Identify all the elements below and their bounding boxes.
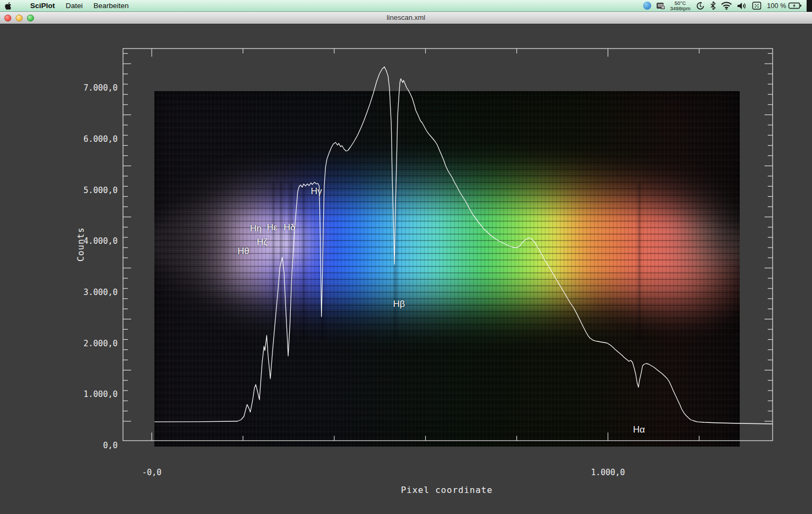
y-tick-label: 5.000,0: [84, 186, 118, 195]
bluetooth-icon: [710, 1, 716, 10]
balmer-line-label-θ: Hθ: [237, 246, 249, 257]
blue-sphere-icon: [643, 2, 651, 10]
menu-bar: SciPlot Datei Bearbeiten 50°C 3498rpm: [0, 0, 812, 12]
fan-speed: 3498rpm: [670, 6, 691, 11]
y-tick-label: 1.000,0: [84, 389, 118, 399]
x-tick-label: 1.000,0: [576, 468, 640, 477]
volume-menu-extra[interactable]: [737, 2, 747, 10]
menu-item-datei[interactable]: Datei: [60, 0, 88, 12]
clipped-menu-extra[interactable]: [807, 0, 812, 12]
y-tick-label: 7.000,0: [84, 83, 118, 93]
apple-icon: [4, 2, 12, 10]
menu-item-app[interactable]: SciPlot: [25, 0, 60, 12]
y-tick-label: 3.000,0: [84, 287, 118, 297]
apple-menu[interactable]: [4, 2, 21, 10]
y-tick-label: 0,0: [103, 441, 118, 450]
wifi-icon: [721, 2, 732, 10]
battery-icon: [788, 2, 802, 9]
y-axis-title: Counts: [76, 227, 86, 262]
plot-window-content[interactable]: 0,01.000,02.000,03.000,04.000,05.000,06.…: [0, 24, 812, 514]
balmer-line-label-η: Hη: [250, 223, 262, 234]
y-tick-label: 6.000,0: [84, 134, 118, 144]
balmer-line-label-α: Hα: [633, 424, 645, 435]
wifi-menu-extra[interactable]: [721, 2, 732, 10]
x-tick-label: -0,0: [119, 468, 184, 477]
balmer-line-label-γ: Hγ: [311, 186, 322, 197]
balmer-line-label-δ: Hδ: [284, 222, 296, 233]
balmer-line-label-ζ: Hζ: [257, 237, 268, 248]
volume-icon: [737, 2, 747, 10]
y-tick-label: 4.000,0: [84, 236, 118, 246]
spectrum-image: [154, 91, 740, 447]
window-title-bar[interactable]: linescan.xml: [0, 12, 812, 24]
battery-percentage: 100 %: [767, 2, 786, 10]
hardware-monitor-menu-extra[interactable]: 50°C 3498rpm: [670, 1, 691, 11]
blue-sphere-menu-extra[interactable]: [643, 2, 651, 10]
balmer-line-label-ε: Hε: [267, 222, 278, 233]
y-tick-label: 2.000,0: [84, 339, 118, 348]
time-machine-icon: [695, 1, 705, 11]
x-axis-title: Pixel coordinate: [321, 485, 572, 495]
battery-menu-extra[interactable]: 100 %: [766, 2, 802, 10]
window-title: linescan.xml: [0, 13, 812, 22]
balmer-line-label-β: Hβ: [393, 299, 405, 310]
display-lock-icon: [656, 2, 665, 10]
keyboard-viewer-menu-extra[interactable]: [752, 2, 761, 10]
menu-bar-status-area: 50°C 3498rpm: [643, 0, 812, 12]
time-machine-menu-extra[interactable]: [695, 1, 705, 11]
display-lock-menu-extra[interactable]: [656, 2, 665, 10]
menu-item-bearbeiten[interactable]: Bearbeiten: [88, 0, 134, 12]
noise-columns-overlay: [154, 91, 740, 447]
keyboard-viewer-icon: [752, 2, 761, 10]
bluetooth-menu-extra[interactable]: [710, 1, 716, 10]
